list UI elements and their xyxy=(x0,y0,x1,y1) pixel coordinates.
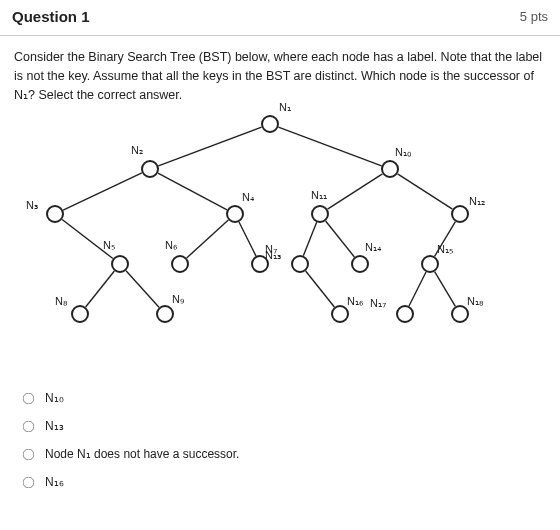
node-circle xyxy=(421,255,439,273)
tree-node: N₁₇ xyxy=(396,305,416,325)
node-circle xyxy=(226,205,244,223)
answer-radio[interactable] xyxy=(23,476,35,488)
node-circle xyxy=(396,305,414,323)
answer-label: N₁₆ xyxy=(45,475,64,489)
node-circle xyxy=(311,205,329,223)
node-circle xyxy=(111,255,129,273)
node-label: N₈ xyxy=(55,295,67,308)
tree-node: N₁₂ xyxy=(451,205,471,225)
question-points: 5 pts xyxy=(520,9,548,24)
node-label: N₁₄ xyxy=(365,241,381,254)
tree-node: N₁₄ xyxy=(351,255,371,275)
tree-edge xyxy=(326,221,355,257)
tree-edge xyxy=(187,220,229,258)
tree-node: N₆ xyxy=(171,255,191,275)
question-title: Question 1 xyxy=(12,8,90,25)
tree-edge xyxy=(409,272,426,306)
node-circle xyxy=(71,305,89,323)
node-label: N₉ xyxy=(172,293,184,306)
node-circle xyxy=(381,160,399,178)
tree-node: N₁₅ xyxy=(421,255,441,275)
node-label: N₁₆ xyxy=(347,295,363,308)
answer-label: N₁₃ xyxy=(45,419,64,433)
question-header: Question 1 5 pts xyxy=(0,0,560,36)
node-circle xyxy=(141,160,159,178)
tree-edge xyxy=(86,271,115,307)
node-circle xyxy=(291,255,309,273)
answer-radio[interactable] xyxy=(23,392,35,404)
tree-edge xyxy=(435,272,456,307)
node-label: N₅ xyxy=(103,239,115,252)
tree-node: N₂ xyxy=(141,160,161,180)
node-circle xyxy=(171,255,189,273)
answer-option[interactable]: Node N₁ does not have a successor. xyxy=(22,440,548,468)
node-circle xyxy=(351,255,369,273)
tree-edge xyxy=(328,174,383,209)
tree-node: N₁₃ xyxy=(291,255,311,275)
node-label: N₁ xyxy=(279,101,291,114)
tree-edge xyxy=(239,222,256,256)
node-circle xyxy=(261,115,279,133)
answer-option[interactable]: N₁₀ xyxy=(22,384,548,412)
tree-node: N₅ xyxy=(111,255,131,275)
tree-edge xyxy=(306,271,335,307)
tree-node: N₄ xyxy=(226,205,246,225)
node-label: N₃ xyxy=(26,199,38,212)
answer-list: N₁₀ N₁₃ Node N₁ does not have a successo… xyxy=(0,382,560,500)
tree-node: N₉ xyxy=(156,305,176,325)
node-label: N₁₅ xyxy=(437,243,453,256)
tree-edge xyxy=(158,173,227,210)
answer-option[interactable]: N₁₃ xyxy=(22,412,548,440)
node-label: N₁₈ xyxy=(467,295,483,308)
question-prompt: Consider the Binary Search Tree (BST) be… xyxy=(0,36,560,110)
node-label: N₆ xyxy=(165,239,177,252)
tree-node: N₁₆ xyxy=(331,305,351,325)
node-label: N₁₃ xyxy=(265,249,281,262)
tree-edges xyxy=(20,114,540,374)
tree-edge xyxy=(303,223,316,256)
node-label: N₁₀ xyxy=(395,146,411,159)
node-label: N₁₁ xyxy=(311,189,327,202)
tree-edge xyxy=(63,173,142,210)
tree-edge xyxy=(126,271,159,308)
tree-edge xyxy=(398,174,453,209)
node-circle xyxy=(156,305,174,323)
answer-option[interactable]: N₁₆ xyxy=(22,468,548,496)
answer-label: Node N₁ does not have a successor. xyxy=(45,447,239,461)
tree-node: N₁ xyxy=(261,115,281,135)
node-label: N₄ xyxy=(242,191,254,204)
answer-label: N₁₀ xyxy=(45,391,64,405)
tree-edge xyxy=(158,127,261,166)
tree-node: N₁₈ xyxy=(451,305,471,325)
tree-node: N₁₀ xyxy=(381,160,401,180)
node-label: N₁₂ xyxy=(469,195,485,208)
tree-node: N₃ xyxy=(46,205,66,225)
answer-radio[interactable] xyxy=(23,420,35,432)
tree-node: N₈ xyxy=(71,305,91,325)
tree-node: N₁₁ xyxy=(311,205,331,225)
node-label: N₁₇ xyxy=(370,297,386,310)
bst-tree-diagram: N₁N₂N₁₀N₃N₄N₁₁N₁₂N₅N₆N₇N₁₃N₁₄N₁₅N₈N₉N₁₆N… xyxy=(20,114,540,374)
answer-radio[interactable] xyxy=(23,448,35,460)
node-label: N₂ xyxy=(131,144,143,157)
node-circle xyxy=(46,205,64,223)
tree-edge xyxy=(278,127,381,166)
node-circle xyxy=(451,205,469,223)
